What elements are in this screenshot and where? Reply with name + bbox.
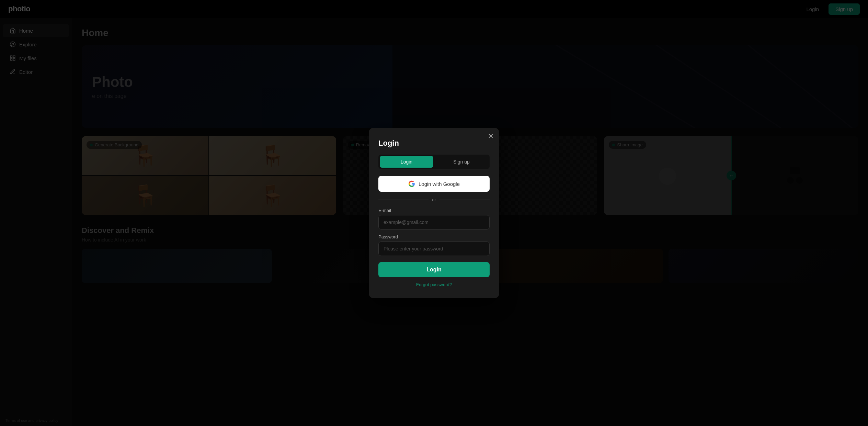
- password-label: Password: [378, 234, 490, 239]
- modal-overlay: ✕ Login Login Sign up Login with Google …: [0, 0, 868, 426]
- google-btn-label: Login with Google: [419, 181, 460, 187]
- forgot-password-button[interactable]: Forgot password?: [378, 282, 490, 287]
- email-input[interactable]: [378, 215, 490, 229]
- tab-signup[interactable]: Sign up: [435, 156, 488, 168]
- email-label: E-mail: [378, 208, 490, 213]
- google-icon: [408, 180, 415, 187]
- divider-text: or: [432, 197, 436, 202]
- auth-tab-switcher: Login Sign up: [378, 155, 490, 169]
- password-form-group: Password: [378, 234, 490, 256]
- login-modal: ✕ Login Login Sign up Login with Google …: [369, 128, 499, 298]
- password-input[interactable]: [378, 242, 490, 256]
- tab-login[interactable]: Login: [380, 156, 433, 168]
- login-submit-button[interactable]: Login: [378, 262, 490, 277]
- email-form-group: E-mail: [378, 208, 490, 229]
- google-login-button[interactable]: Login with Google: [378, 176, 490, 192]
- modal-close-button[interactable]: ✕: [488, 133, 494, 139]
- modal-title: Login: [378, 139, 490, 148]
- divider-line-left: [378, 200, 429, 200]
- modal-divider: or: [378, 197, 490, 202]
- divider-line-right: [439, 200, 490, 200]
